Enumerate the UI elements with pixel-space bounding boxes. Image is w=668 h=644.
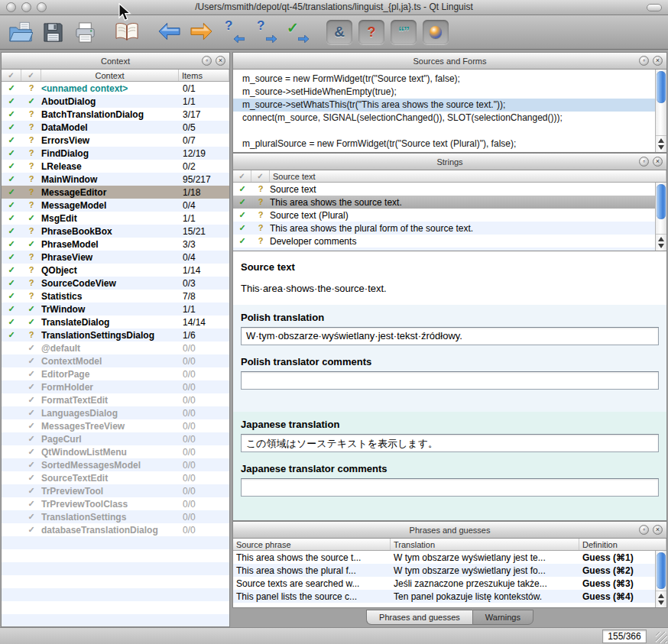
open-button[interactable] [6,18,35,47]
context-row[interactable]: ✓TranslationSettings0/0 [2,510,229,523]
context-panel-header[interactable]: Context ▫ × [2,53,229,70]
context-row[interactable]: ✓?MessageEditor1/18 [2,186,229,199]
context-row[interactable]: ✓?TranslationSettingsDialog1/6 [2,328,229,341]
source-phrase-column-header[interactable]: Source phrase [233,539,391,550]
context-row[interactable]: ✓?MainWindow95/217 [2,173,229,186]
phrase-row[interactable]: This area shows the source t...W tym obs… [233,551,666,564]
close-panel-button[interactable]: × [653,525,663,535]
phrases-scrollbar[interactable] [655,551,666,607]
context-row[interactable]: ✓?SourceCodeView0/3 [2,277,229,290]
float-panel-button[interactable]: ▫ [639,56,649,66]
scroll-up-arrow[interactable] [658,237,664,241]
previous-unfinished-button[interactable]: ? [219,18,248,47]
close-panel-button[interactable]: × [653,157,663,167]
polish-translation-field[interactable]: W·tym·obszarze·wyświetlany·jest·tekst·źr… [241,327,659,345]
scroll-down-arrow[interactable] [658,145,664,150]
context-row[interactable]: ✓QtWindowListMenu0/0 [2,445,229,458]
close-panel-button[interactable]: × [653,56,663,66]
context-row[interactable]: ✓✓TranslateDialog14/14 [2,316,229,328]
toggle-ending-punctuation-button[interactable]: ? [358,20,384,44]
context-row[interactable]: ✓PageCurl0/0 [2,432,229,445]
status-column-header[interactable]: ✓ [251,170,270,182]
save-button[interactable] [38,18,67,47]
previous-button[interactable] [154,18,183,47]
string-row[interactable]: ✓?Source text [233,183,666,196]
japanese-comments-field[interactable] [241,478,659,497]
status-column-header[interactable]: ✓ [2,70,21,81]
context-row[interactable]: ✓✓MsgEdit1/1 [2,212,229,225]
context-row[interactable]: ✓EditorPage0/0 [2,367,229,380]
string-row[interactable]: ✓?This area shows the source text. [233,196,666,209]
titlebar[interactable]: /Users/msmith/depot/qt-45/translations/l… [0,0,668,15]
context-row[interactable]: ✓?DataModel0/5 [2,121,229,134]
context-row[interactable]: ✓LanguagesDialog0/0 [2,406,229,419]
strings-panel-header[interactable]: Strings ▫ × [233,154,666,170]
sources-scrollbar[interactable] [655,70,666,152]
phrases-panel-header[interactable]: Phrases and guesses ▫ × [233,522,666,539]
scroll-down-arrow[interactable] [658,244,664,248]
string-row[interactable]: ✓?Developer comments [233,235,666,248]
context-row[interactable]: ✓?Statistics7/8 [2,290,229,303]
context-row[interactable]: ✓SortedMessagesModel0/0 [2,458,229,471]
print-button[interactable] [70,18,99,47]
context-row[interactable]: ✓TrPreviewToolClass0/0 [2,497,229,510]
japanese-translation-field[interactable]: この領域はソーステキストを表示します。 [241,434,659,452]
context-row[interactable]: ✓?ErrorsView0/7 [2,134,229,147]
scroll-down-arrow[interactable] [658,600,664,605]
minimize-window-button[interactable] [21,2,31,12]
toggle-place-markers-button[interactable] [423,20,449,44]
toggle-phrase-matches-button[interactable]: “” [391,20,417,44]
next-unfinished-button[interactable]: ? [251,18,280,47]
translation-column-header[interactable]: Translation [391,539,579,550]
context-row[interactable]: ✓?LRelease0/2 [2,160,229,173]
context-row[interactable]: ✓?<unnamed context>0/1 [2,82,229,95]
status-column-header[interactable]: ✓ [21,70,41,81]
context-row[interactable]: ✓FormatTextEdit0/0 [2,393,229,406]
context-row[interactable]: ✓?FindDialog12/19 [2,147,229,160]
definition-column-header[interactable]: Definition [579,539,666,550]
context-row[interactable]: ✓✓PhraseModel3/3 [2,238,229,251]
context-row[interactable]: ✓?PhraseView0/4 [2,251,229,264]
sources-panel-header[interactable]: Sources and Forms ▫ × [233,53,666,70]
float-panel-button[interactable]: ▫ [639,157,649,167]
context-row[interactable]: ✓ContextModel0/0 [2,354,229,367]
context-row[interactable]: ✓?MessageModel0/4 [2,199,229,212]
phrase-row[interactable]: This area shows the plural f...W tym obs… [233,564,666,577]
float-panel-button[interactable]: ▫ [639,525,649,535]
string-row[interactable]: ✓?This area shows the plural form of the… [233,222,666,235]
strings-scrollbar[interactable] [655,183,666,251]
status-column-header[interactable]: ✓ [233,170,251,182]
resize-grip[interactable] [656,632,667,643]
scroll-up-arrow[interactable] [658,594,664,598]
polish-comments-field[interactable] [241,371,659,390]
tab-phrases-and-guesses[interactable]: Phrases and guesses [366,610,472,625]
next-button[interactable] [186,18,216,47]
scroll-up-arrow[interactable] [658,138,664,143]
phrase-row[interactable]: Source texts are searched w...Jeśli zazn… [233,577,666,590]
toggle-accelerators-button[interactable]: & [326,20,352,44]
float-panel-button[interactable]: ▫ [202,56,212,66]
context-row[interactable]: ✓databaseTranslationDialog0/0 [2,523,229,536]
close-panel-button[interactable]: × [216,56,225,66]
context-column-header[interactable]: Context [41,70,179,81]
context-row[interactable]: ✓✓TrWindow1/1 [2,303,229,316]
context-row[interactable]: ✓?QObject1/14 [2,264,229,277]
string-row[interactable]: ✓?Source text (Plural) [233,209,666,222]
toolbar-toggle-pill[interactable] [647,4,662,11]
done-and-next-button[interactable]: ✓ [283,18,312,47]
items-column-header[interactable]: Items [179,70,229,81]
context-row[interactable]: ✓?PhraseBookBox15/21 [2,225,229,238]
scrollbar-thumb[interactable] [657,71,666,103]
context-row[interactable]: ✓@default0/0 [2,341,229,354]
context-row[interactable]: ✓FormHolder0/0 [2,380,229,393]
context-row[interactable]: ✓✓AboutDialog1/1 [2,95,229,108]
context-row[interactable]: ✓MessagesTreeView0/0 [2,419,229,432]
context-row[interactable]: ✓SourceTextEdit0/0 [2,471,229,484]
context-row[interactable]: ✓?BatchTranslationDialog3/17 [2,108,229,121]
zoom-window-button[interactable] [37,2,47,12]
scrollbar-thumb[interactable] [657,552,666,589]
source-text-column-header[interactable]: Source text [270,170,666,182]
close-window-button[interactable] [6,2,16,12]
scrollbar-thumb[interactable] [657,184,666,219]
phrase-row[interactable]: This panel lists the source c...Ten pane… [233,590,666,603]
